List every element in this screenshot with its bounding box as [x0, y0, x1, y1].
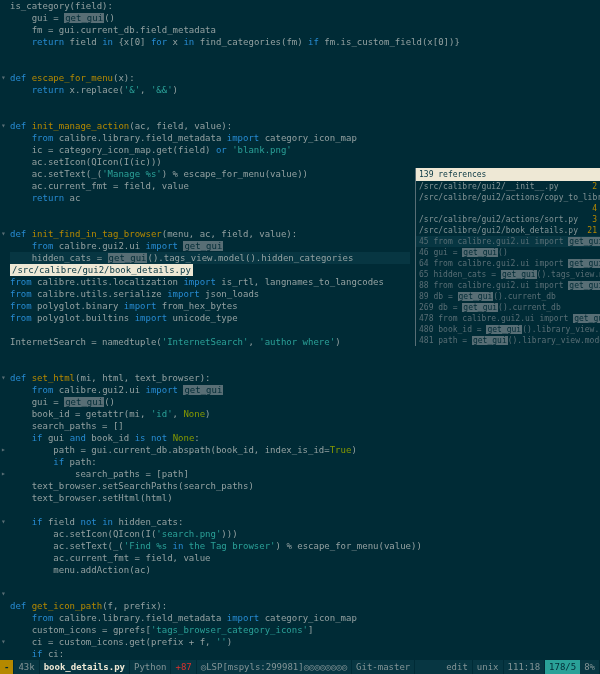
- fold-marker[interactable]: ▾: [1, 588, 6, 600]
- code-line[interactable]: return x.replace('&', '&&'): [10, 84, 465, 96]
- reference-file-row[interactable]: /src/calibre/gui2/actions/sort.py3: [416, 214, 600, 225]
- sb-file: book_details.py: [40, 660, 130, 674]
- code-line[interactable]: [10, 60, 465, 72]
- reference-code-row[interactable]: 481 path = get_gui().library_view.model(…: [416, 335, 600, 346]
- fold-marker[interactable]: ▸: [1, 444, 6, 456]
- code-line[interactable]: text_browser.setSearchPaths(search_paths…: [10, 480, 465, 492]
- code-line[interactable]: def init_manage_action(ac, field, value)…: [10, 120, 465, 132]
- fold-marker[interactable]: ▾: [1, 516, 6, 528]
- code-line[interactable]: if gui and book_id is not None:: [10, 432, 465, 444]
- code-line[interactable]: [10, 48, 465, 60]
- code-line[interactable]: return ac: [10, 192, 465, 204]
- code-line[interactable]: [10, 576, 465, 588]
- sb-loc: 178/5: [545, 660, 580, 674]
- sb-edit: edit: [442, 660, 473, 674]
- fold-marker[interactable]: ▾: [1, 372, 6, 384]
- fold-gutter[interactable]: ▾ ▾ ▾ ▾ ▸ ▸ ▾ ▾ ▾: [0, 0, 10, 660]
- sb-size: 43k: [14, 660, 39, 674]
- code-line[interactable]: is_category(field):: [10, 0, 465, 12]
- fold-marker[interactable]: ▾: [1, 72, 6, 84]
- code-line[interactable]: from calibre.gui2.ui import get_gui: [10, 240, 465, 252]
- code-line[interactable]: from calibre.utils.localization import i…: [10, 276, 465, 288]
- code-line[interactable]: def get_icon_path(f, prefix):: [10, 600, 465, 612]
- code-line[interactable]: ci = custom_icons.get(prefix + f, ''): [10, 636, 465, 648]
- reference-code-row[interactable]: 480 book_id = get_gui().library_view.cur…: [416, 324, 600, 335]
- reference-code-row[interactable]: 88 from calibre.gui2.ui import get_gui: [416, 280, 600, 291]
- reference-code-row[interactable]: 64 from calibre.gui2.ui import get_gui: [416, 258, 600, 269]
- code-line[interactable]: ac.setIcon(QIcon(I(ic))): [10, 156, 465, 168]
- fold-marker[interactable]: ▾: [1, 120, 6, 132]
- reference-code-row[interactable]: 46 gui = get_gui(): [416, 247, 600, 258]
- reference-file-row[interactable]: /src/calibre/gui2/__init__.py2: [416, 181, 600, 192]
- code-line[interactable]: search_paths = [path]: [10, 468, 465, 480]
- reference-code-row[interactable]: 45 from calibre.gui2.ui import get_gui: [416, 236, 600, 247]
- fold-marker[interactable]: ▾: [1, 228, 6, 240]
- code-line[interactable]: ac.setText(_('Manage %s') % escape_for_m…: [10, 168, 465, 180]
- reference-code-row[interactable]: 478 from calibre.gui2.ui import get_gui: [416, 313, 600, 324]
- code-line[interactable]: [10, 324, 465, 336]
- code-line[interactable]: ac.setText(_('Find %s in the Tag browser…: [10, 540, 465, 552]
- code-line[interactable]: if path:: [10, 456, 465, 468]
- code-line[interactable]: return field in {x[0] for x in find_cate…: [10, 36, 465, 48]
- reference-code-row[interactable]: 65 hidden_cats = get_gui().tags_view.mod…: [416, 269, 600, 280]
- sb-lsp: ◎LSP[mspyls:299981]◎◎◎◎◎◎◎◎: [197, 660, 352, 674]
- code-line[interactable]: [10, 204, 465, 216]
- code-line[interactable]: [10, 108, 465, 120]
- code-line[interactable]: [10, 216, 465, 228]
- code-line[interactable]: search_paths = []: [10, 420, 465, 432]
- code-line[interactable]: [10, 360, 465, 372]
- status-bar: - 43k book_details.py Python +87 ◎LSP[ms…: [0, 660, 600, 674]
- sb-mode: -: [0, 660, 14, 674]
- code-area[interactable]: is_category(field): gui = get_gui() fm =…: [10, 0, 465, 660]
- code-line[interactable]: from calibre.gui2.ui import get_gui: [10, 384, 465, 396]
- code-line[interactable]: fm = gui.current_db.field_metadata: [10, 24, 465, 36]
- code-line[interactable]: hidden_cats = get_gui().tags_view.model(…: [10, 252, 465, 264]
- sb-git: Git-master: [352, 660, 415, 674]
- code-line[interactable]: ac.current_fmt = field, value: [10, 552, 465, 564]
- code-line[interactable]: from calibre.library.field_metadata impo…: [10, 132, 465, 144]
- code-line[interactable]: gui = get_gui(): [10, 396, 465, 408]
- code-line[interactable]: gui = get_gui(): [10, 12, 465, 24]
- code-line[interactable]: if ci:: [10, 648, 465, 660]
- fold-marker[interactable]: ▸: [1, 468, 6, 480]
- code-line[interactable]: /src/calibre/gui2/book_details.py: [10, 264, 465, 276]
- code-line[interactable]: path = gui.current_db.abspath(book_id, i…: [10, 444, 465, 456]
- sb-flag: +87: [171, 660, 196, 674]
- sb-pos: 111:18: [504, 660, 546, 674]
- code-line[interactable]: InternetSearch = namedtuple('InternetSea…: [10, 336, 465, 348]
- code-line[interactable]: ic = category_icon_map.get(field) or 'bl…: [10, 144, 465, 156]
- sb-enc: unix: [473, 660, 504, 674]
- code-line[interactable]: if field not in hidden_cats:: [10, 516, 465, 528]
- sb-pct: 8%: [580, 660, 600, 674]
- references-panel-title: 139 references: [416, 168, 600, 181]
- code-line[interactable]: [10, 504, 465, 516]
- code-line[interactable]: text_browser.setHtml(html): [10, 492, 465, 504]
- code-line[interactable]: [10, 348, 465, 360]
- code-line[interactable]: custom_icons = gprefs['tags_browser_cate…: [10, 624, 465, 636]
- code-line[interactable]: from polyglot.builtins import unicode_ty…: [10, 312, 465, 324]
- code-line[interactable]: menu.addAction(ac): [10, 564, 465, 576]
- sb-lang: Python: [130, 660, 172, 674]
- code-line[interactable]: ac.current_fmt = field, value: [10, 180, 465, 192]
- reference-code-row[interactable]: 269 db = get_gui().current_db: [416, 302, 600, 313]
- code-line[interactable]: [10, 96, 465, 108]
- fold-marker[interactable]: ▾: [1, 636, 6, 648]
- code-line[interactable]: from calibre.library.field_metadata impo…: [10, 612, 465, 624]
- reference-file-row[interactable]: /src/calibre/gui2/actions/copy_to_librar…: [416, 192, 600, 214]
- reference-code-row[interactable]: 89 db = get_gui().current_db: [416, 291, 600, 302]
- code-line[interactable]: from calibre.utils.serialize import json…: [10, 288, 465, 300]
- code-line[interactable]: def set_html(mi, html, text_browser):: [10, 372, 465, 384]
- code-line[interactable]: [10, 588, 465, 600]
- code-line[interactable]: from polyglot.binary import from_hex_byt…: [10, 300, 465, 312]
- code-line[interactable]: def init_find_in_tag_browser(menu, ac, f…: [10, 228, 465, 240]
- references-panel[interactable]: 139 references /src/calibre/gui2/__init_…: [415, 168, 600, 346]
- code-line[interactable]: ac.setIcon(QIcon(I('search.png'))): [10, 528, 465, 540]
- code-line[interactable]: book_id = getattr(mi, 'id', None): [10, 408, 465, 420]
- reference-file-row[interactable]: /src/calibre/gui2/book_details.py21: [416, 225, 600, 236]
- code-line[interactable]: def escape_for_menu(x):: [10, 72, 465, 84]
